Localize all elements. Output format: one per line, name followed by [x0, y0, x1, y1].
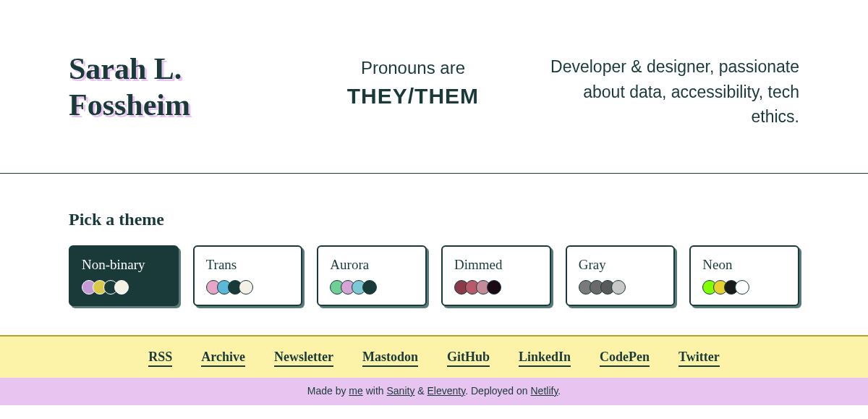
credits-amp: & [414, 385, 427, 397]
credits-mid2: . Deployed on [465, 385, 530, 397]
color-swatch [487, 280, 501, 295]
pronouns-label: Pronouns are [308, 58, 519, 78]
pronouns-value: THEY/THEM [308, 84, 519, 109]
color-swatch [239, 280, 253, 295]
theme-card-aurora[interactable]: Aurora [317, 245, 427, 306]
theme-card-non-binary[interactable]: Non-binary [69, 245, 179, 306]
name-block: Sarah L. Fossheim [69, 51, 279, 124]
theme-swatches [206, 280, 290, 295]
name-line-2: Fossheim [69, 88, 190, 122]
theme-swatches [454, 280, 538, 295]
theme-swatches [579, 280, 663, 295]
footer-links-nav: RSSArchiveNewsletterMastodonGitHubLinked… [0, 335, 868, 378]
name-line-1: Sarah L. [69, 52, 182, 85]
credits-eleventy-link[interactable]: Eleventy [427, 385, 466, 397]
footer-link-twitter[interactable]: Twitter [678, 350, 720, 367]
color-swatch [611, 280, 626, 295]
credits-netlify-link[interactable]: Netlify [531, 385, 558, 397]
theme-name-label: Non-binary [82, 257, 166, 273]
theme-swatches [330, 280, 414, 295]
footer-link-codepen[interactable]: CodePen [600, 350, 650, 367]
theme-name-label: Dimmed [454, 257, 538, 273]
footer-link-newsletter[interactable]: Newsletter [274, 350, 333, 367]
bio-block: Developer & designer, passionate about d… [547, 51, 799, 130]
credits-sanity-link[interactable]: Sanity [386, 385, 414, 397]
theme-name-label: Neon [702, 257, 786, 273]
theme-swatches [82, 280, 166, 295]
theme-card-trans[interactable]: Trans [193, 245, 303, 306]
bio-text: Developer & designer, passionate about d… [547, 54, 799, 130]
theme-card-dimmed[interactable]: Dimmed [441, 245, 551, 306]
color-swatch [735, 280, 749, 295]
theme-card-neon[interactable]: Neon [689, 245, 799, 306]
credits-mid1: with [363, 385, 387, 397]
footer-link-github[interactable]: GitHub [447, 350, 490, 367]
color-swatch [362, 280, 377, 295]
theme-name-label: Aurora [330, 257, 414, 273]
theme-swatches [702, 280, 786, 295]
footer-link-rss[interactable]: RSS [148, 350, 172, 367]
footer-link-archive[interactable]: Archive [201, 350, 245, 367]
footer-credits: Made by me with Sanity & Eleventy. Deplo… [0, 378, 868, 405]
credits-suffix: . [558, 385, 561, 397]
theme-picker-title: Pick a theme [69, 210, 799, 229]
footer-link-mastodon[interactable]: Mastodon [362, 350, 418, 367]
pronouns-block: Pronouns are THEY/THEM [308, 51, 519, 109]
theme-card-gray[interactable]: Gray [566, 245, 676, 306]
header-block: Sarah L. Fossheim Pronouns are THEY/THEM… [0, 0, 868, 173]
credits-prefix: Made by [307, 385, 349, 397]
site-name: Sarah L. Fossheim [69, 51, 279, 124]
credits-me-link[interactable]: me [349, 385, 362, 397]
color-swatch [114, 280, 129, 295]
theme-picker-section: Pick a theme Non-binaryTransAuroraDimmed… [0, 174, 868, 335]
footer-link-linkedin[interactable]: LinkedIn [519, 350, 571, 367]
theme-name-label: Trans [206, 257, 290, 273]
theme-grid: Non-binaryTransAuroraDimmedGrayNeon [69, 245, 799, 306]
theme-name-label: Gray [579, 257, 663, 273]
